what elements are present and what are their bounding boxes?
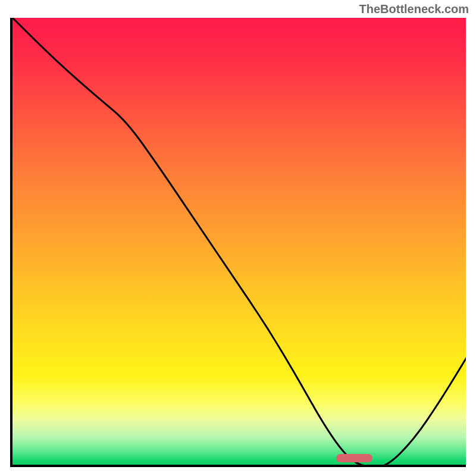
bottleneck-chart bbox=[10, 18, 466, 467]
watermark-text: TheBottleneck.com bbox=[359, 2, 469, 16]
bottleneck-curve bbox=[12, 18, 466, 467]
curve-path bbox=[12, 18, 466, 467]
optimal-marker bbox=[336, 454, 372, 462]
